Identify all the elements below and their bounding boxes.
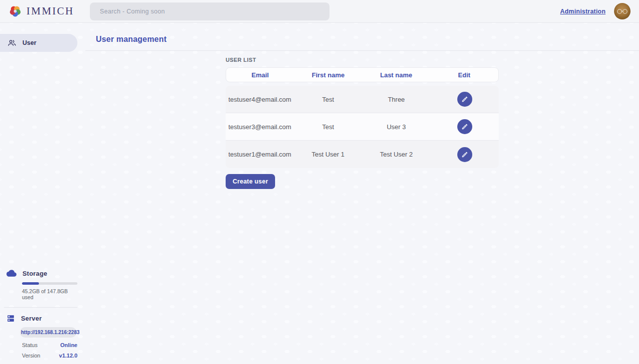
storage-progress-fill: [22, 282, 39, 285]
app-title: IMMICH: [26, 5, 74, 17]
immich-flower-icon: [8, 4, 22, 18]
user-avatar[interactable]: [614, 3, 631, 19]
storage-section: Storage 45.2GB of 147.8GB used: [0, 268, 85, 300]
server-title: Server: [21, 315, 42, 322]
cell-first-name: Test User 1: [294, 151, 362, 158]
version-label: Version: [22, 353, 40, 359]
status-value: Online: [60, 342, 77, 348]
main-content: User management USER LIST Email First na…: [85, 23, 639, 364]
column-header-first-name: First name: [294, 71, 362, 79]
cell-email: testuser4@email.com: [226, 96, 294, 103]
edit-user-button[interactable]: [457, 147, 472, 162]
create-user-button[interactable]: Create user: [226, 174, 275, 189]
table-row: testuser1@email.com Test User 1 Test Use…: [226, 141, 499, 168]
sidebar-footer: Storage 45.2GB of 147.8GB used Server: [0, 268, 85, 359]
status-label: Status: [22, 342, 37, 348]
version-value: v1.12.0: [59, 353, 77, 359]
header-right: Administration: [560, 3, 631, 19]
page-title: User management: [96, 35, 639, 44]
sidebar-item-users[interactable]: User: [0, 34, 77, 52]
cell-email: testuser3@email.com: [226, 123, 294, 131]
user-list-section: USER LIST Email First name Last name Edi…: [226, 57, 499, 189]
app-header: IMMICH Administration: [0, 0, 639, 23]
column-header-email: Email: [226, 71, 294, 79]
server-url-chip: http://192.168.1.216:2283: [20, 327, 76, 338]
table-row: testuser4@email.com Test Three: [226, 86, 499, 113]
search-input[interactable]: [90, 2, 329, 20]
storage-usage-text: 45.2GB of 147.8GB used: [22, 288, 77, 300]
cell-first-name: Test: [294, 96, 362, 103]
cell-email: testuser1@email.com: [226, 151, 294, 158]
people-icon: [7, 38, 16, 47]
users-table: testuser4@email.com Test Three: [226, 86, 499, 168]
table-row: testuser3@email.com Test User 3: [226, 113, 499, 141]
cell-last-name: Three: [362, 96, 431, 103]
server-version-row: Version v1.12.0: [22, 353, 77, 359]
edit-user-button[interactable]: [457, 92, 472, 107]
app-logo[interactable]: IMMICH: [8, 4, 74, 18]
sidebar-divider: [4, 307, 77, 308]
pencil-icon: [461, 151, 468, 158]
table-header: Email First name Last name Edit: [226, 67, 499, 82]
column-header-last-name: Last name: [362, 71, 430, 79]
cell-first-name: Test: [294, 123, 362, 131]
user-list-label: USER LIST: [226, 57, 499, 63]
administration-link[interactable]: Administration: [560, 8, 606, 15]
cell-last-name: Test User 2: [362, 151, 431, 158]
server-section: Server http://192.168.1.216:2283 Status …: [0, 314, 85, 359]
cell-last-name: User 3: [362, 123, 431, 131]
pencil-icon: [461, 123, 468, 130]
sidebar: User Storage 45.2GB of 147.8GB used: [0, 23, 85, 364]
content-divider: [85, 50, 639, 51]
server-icon: [6, 314, 15, 323]
sidebar-item-label: User: [22, 39, 36, 46]
server-status-row: Status Online: [22, 342, 77, 348]
edit-user-button[interactable]: [457, 119, 472, 134]
cloud-icon: [6, 268, 16, 278]
storage-title: Storage: [22, 270, 47, 277]
pencil-icon: [461, 96, 468, 103]
storage-progress: [22, 282, 77, 285]
column-header-edit: Edit: [430, 71, 498, 79]
